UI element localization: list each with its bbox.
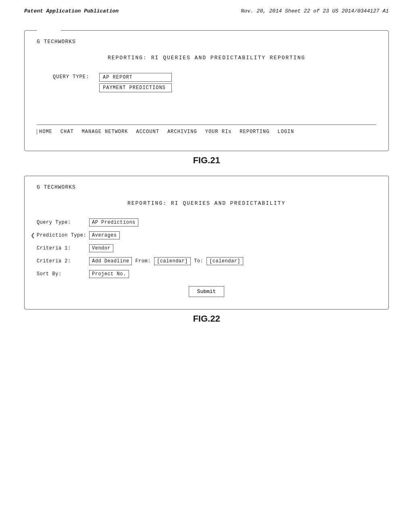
fig21-company: G TECHWORKS: [37, 39, 376, 45]
fig22-company: G TECHWORKS: [37, 184, 376, 190]
nav-home[interactable]: HOME: [37, 129, 52, 135]
nav-bar: HOME CHAT MANAGE NETWORK ACCOUNT ARCHIVI…: [37, 125, 376, 139]
fig22-criteria2-row: Criteria 2: Add Deadline From: [calendar…: [37, 257, 376, 265]
fig22-prediction-type-row: ❮ Prediction Type: Averages: [37, 231, 376, 239]
fig22-criteria1-input[interactable]: Vendor: [89, 244, 113, 252]
fig22-to-label: To:: [194, 258, 203, 264]
fig22-criteria1-label: Criteria 1:: [37, 245, 89, 251]
fig21-query-section: QUERY TYPE: AP REPORT PAYMENT PREDICTION…: [53, 73, 376, 92]
fig22-query-type-input[interactable]: AP Predictions: [89, 218, 138, 227]
fig22-from-input[interactable]: [calendar]: [154, 257, 191, 265]
fig21-container: G TECHWORKS REPORTING: RI QUERIES AND PR…: [24, 30, 389, 151]
nav-chat[interactable]: CHAT: [60, 129, 74, 135]
page-header: Patent Application Publication Nov. 20, …: [0, 0, 413, 18]
fig22-criteria1-row: Criteria 1: Vendor: [37, 244, 376, 252]
fig22-title: REPORTING: RI QUERIES AND PREDICTABILITY: [37, 200, 376, 206]
fig22-criteria2-label: Criteria 2:: [37, 258, 89, 264]
fig22-prediction-type-input[interactable]: Averages: [89, 231, 120, 239]
submit-button[interactable]: Submit: [189, 286, 225, 297]
fig21-option-ap-report[interactable]: AP REPORT: [99, 73, 172, 82]
fig21-option-payment-predictions[interactable]: PAYMENT PREDICTIONS: [99, 83, 172, 92]
publication-info: Nov. 20, 2014 Sheet 22 of 23 US 2014/034…: [241, 8, 389, 14]
fig21-query-options: AP REPORT PAYMENT PREDICTIONS: [99, 73, 172, 92]
nav-archiving[interactable]: ARCHIVING: [167, 129, 197, 135]
fig22-submit-section: Submit: [37, 286, 376, 297]
fig22-from-label: From:: [135, 258, 151, 264]
nav-reporting[interactable]: REPORTING: [240, 129, 269, 135]
fig22-to-input[interactable]: [calendar]: [206, 257, 243, 265]
fig22-criteria2-input[interactable]: Add Deadline: [89, 257, 132, 265]
fig22-container: G TECHWORKS REPORTING: RI QUERIES AND PR…: [24, 176, 389, 310]
nav-login[interactable]: LOGIN: [277, 129, 294, 135]
fig22-sort-by-label: Sort By:: [37, 271, 89, 277]
main-content: G TECHWORKS REPORTING: RI QUERIES AND PR…: [0, 18, 413, 346]
fig22-query-type-row: Query Type: AP Predictions: [37, 218, 376, 227]
fig21-query-label: QUERY TYPE:: [53, 73, 93, 80]
nav-account[interactable]: ACCOUNT: [136, 129, 159, 135]
nav-manage-network[interactable]: MANAGE NETWORK: [82, 129, 128, 135]
publication-label: Patent Application Publication: [24, 8, 119, 14]
fig22-sort-by-input[interactable]: Project No.: [89, 270, 129, 278]
fig22-criteria2-group: Add Deadline From: [calendar] To: [calen…: [89, 257, 243, 265]
fig22-prediction-type-label: Prediction Type:: [37, 233, 89, 238]
fig22-label: FIG.22: [24, 314, 389, 324]
fig21-label: FIG.21: [24, 155, 389, 166]
fig22-query-type-label: Query Type:: [37, 220, 89, 225]
nav-your-ris[interactable]: YOUR RIs: [205, 129, 232, 135]
fig21-title: REPORTING: RI QUERIES AND PREDICTABILITY…: [37, 55, 376, 61]
fig22-sort-by-row: Sort By: Project No.: [37, 270, 376, 278]
